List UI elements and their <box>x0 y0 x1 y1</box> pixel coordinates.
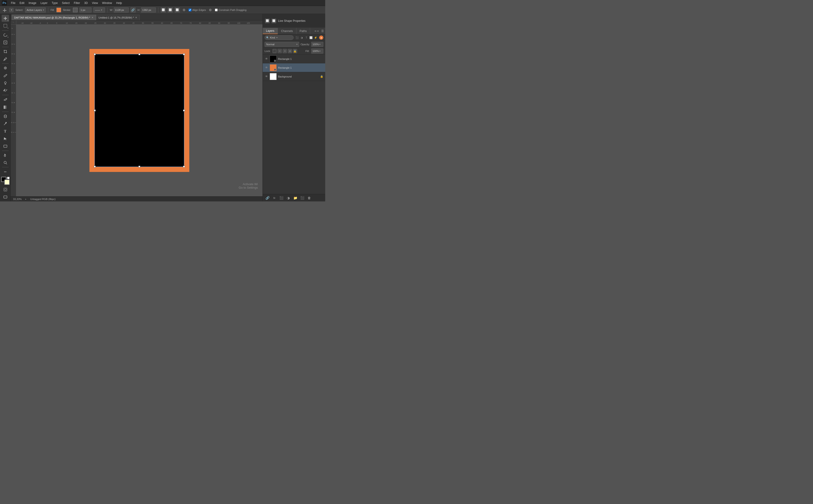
tab-layers[interactable]: Layers <box>263 28 278 34</box>
add-group-btn[interactable]: 📁 <box>293 195 298 201</box>
menu-filter[interactable]: Filter <box>72 1 82 5</box>
dodge-tool-btn[interactable] <box>2 113 9 120</box>
properties-panel: ⬜ ⬜ Live Shape Properties <box>263 14 325 28</box>
opacity-label: Opacity: <box>301 43 310 46</box>
options-gear-icon[interactable]: ⚙ <box>181 7 187 13</box>
crop-tool-btn[interactable] <box>2 48 9 55</box>
tab-main-doc[interactable]: DAFTAR MENU MAKANAN.psd @ 33,3% (Rectang… <box>12 15 96 20</box>
eyedropper-tool-btn[interactable] <box>2 55 9 62</box>
move-tool-btn[interactable]: ▸ <box>2 15 9 22</box>
layer-thumb-background <box>270 73 277 80</box>
status-arrow[interactable]: ▸ <box>25 198 26 200</box>
zoom-tool-btn[interactable] <box>2 159 9 166</box>
color-profile: Untagged RGB (8bpc) <box>30 198 55 200</box>
tab-main-close[interactable]: ✕ <box>91 16 93 19</box>
lock-all-icon[interactable]: 🔒 <box>293 49 297 53</box>
select-dropdown[interactable]: Active Layers ▾ <box>25 7 46 13</box>
delete-layer-btn[interactable]: 🗑 <box>306 195 312 201</box>
panel-expand-btn[interactable]: ⇤⇥ <box>313 28 320 34</box>
tab-channels[interactable]: Channels <box>278 28 296 34</box>
add-mask-btn[interactable]: ⬛ <box>279 195 284 201</box>
lock-pixel-icon[interactable]: ✏ <box>278 49 282 53</box>
background-swatch[interactable] <box>4 180 10 185</box>
fill-label-right: Fill: <box>306 50 309 52</box>
link-layers-btn[interactable]: 🔗 <box>265 195 270 201</box>
stroke-style-dropdown[interactable]: —— ▾ <box>93 7 105 13</box>
lock-artboard-icon[interactable]: ⊞ <box>288 49 292 53</box>
fx-btn[interactable]: fx <box>272 195 277 201</box>
menu-image[interactable]: Image <box>27 1 38 5</box>
select-mode-btn1[interactable]: ▾ <box>9 8 13 12</box>
lasso-tool-btn[interactable]: ▸ <box>2 31 9 38</box>
menu-help[interactable]: Help <box>114 1 123 5</box>
opacity-value: 100% <box>313 43 319 46</box>
lock-transparent-icon[interactable]: ⬛ <box>273 49 277 53</box>
menu-file[interactable]: File <box>9 1 17 5</box>
menu-layer[interactable]: Layer <box>39 1 49 5</box>
tab-untitled-close[interactable]: ✕ <box>135 16 137 19</box>
path-selection-btn[interactable] <box>2 135 9 142</box>
layer-eye-background[interactable]: 👁 <box>265 75 268 78</box>
layer-eye-rect1-orange[interactable]: 👁 <box>265 66 268 70</box>
swap-colors-icon[interactable]: ⇄ <box>6 177 8 179</box>
menu-type[interactable]: Type <box>50 1 59 5</box>
layer-item-rect1-black[interactable]: 👁 Rectangle 1 <box>263 55 325 63</box>
options-gear-2-icon[interactable]: ⚙ <box>208 7 213 13</box>
layers-kind-text: Kind <box>270 36 275 39</box>
filter-shape-icon[interactable]: ⬜ <box>309 36 313 40</box>
link-wh-icon[interactable]: 🔗 <box>130 7 136 13</box>
layer-eye-rect1-black[interactable]: 👁 <box>265 57 268 61</box>
constrain-checkbox[interactable]: Constrain Path Dragging <box>215 9 247 11</box>
blend-mode-dropdown[interactable]: Normal ▾ <box>265 42 299 47</box>
canvas-area[interactable]: ↖ -16 -10 -4 0 5 10 15 20 25 <box>11 20 263 196</box>
gradient-tool-btn[interactable] <box>2 104 9 111</box>
clone-stamp-btn[interactable] <box>2 80 9 87</box>
filter-active-indicator[interactable]: ● <box>319 36 323 40</box>
opacity-input[interactable]: 100% ▾ <box>311 42 323 47</box>
menu-edit[interactable]: Edit <box>18 1 26 5</box>
screen-mode-btn[interactable] <box>2 194 9 200</box>
rectangle-tool-btn[interactable] <box>2 143 9 150</box>
height-input[interactable]: 1382 px <box>141 7 156 13</box>
align-edges-checkbox[interactable]: Align Edges <box>188 9 206 11</box>
svg-rect-13 <box>4 188 7 191</box>
filter-smart-icon[interactable]: ⚡ <box>314 36 318 40</box>
menu-3d[interactable]: 3D <box>82 1 89 5</box>
align-2-btn[interactable]: ⬜ <box>168 7 173 13</box>
menu-window[interactable]: Window <box>100 1 114 5</box>
lock-position-icon[interactable]: ✛ <box>283 49 287 53</box>
filter-type-icon[interactable]: T <box>304 36 309 40</box>
type-tool-btn[interactable]: T <box>2 128 9 135</box>
pen-tool-btn[interactable] <box>2 120 9 127</box>
healing-brush-btn[interactable] <box>2 65 9 71</box>
panel-menu-btn[interactable]: ☰ <box>320 28 325 34</box>
object-selection-btn[interactable] <box>2 39 9 46</box>
quick-mask-btn[interactable] <box>2 186 9 193</box>
layers-search-box[interactable]: 🔍 Kind ▾ <box>265 35 294 40</box>
add-layer-btn[interactable]: ⬛ <box>300 195 305 201</box>
stroke-width-input[interactable]: 1 px <box>79 7 91 13</box>
width-input[interactable]: 1128 px <box>114 7 129 13</box>
svg-rect-15 <box>4 196 7 198</box>
fill-swatch[interactable] <box>56 8 61 12</box>
fill-input[interactable]: 100% ▾ <box>311 48 323 54</box>
more-tools-btn[interactable]: ••• <box>2 168 9 175</box>
add-adjustment-btn[interactable]: ◑ <box>286 195 291 201</box>
filter-pixel-icon[interactable]: ⬛ <box>295 36 299 40</box>
brush-tool-btn[interactable] <box>2 72 9 79</box>
menu-select[interactable]: Select <box>60 1 71 5</box>
eraser-tool-btn[interactable] <box>2 96 9 103</box>
hand-tool-btn[interactable] <box>2 152 9 159</box>
tab-untitled[interactable]: Untitled-1 @ 16,7% (RGB/8#) * ✕ <box>96 15 139 20</box>
stroke-swatch[interactable] <box>73 8 78 12</box>
align-1-btn[interactable]: ⬜ <box>161 7 166 13</box>
history-brush-btn[interactable] <box>2 87 9 94</box>
layer-item-rect1-orange[interactable]: 👁 Rectangle 1 <box>263 63 325 72</box>
layer-item-background[interactable]: 👁 Background 🔒 <box>263 72 325 81</box>
svg-point-7 <box>4 115 6 116</box>
tab-paths[interactable]: Paths <box>296 28 310 34</box>
marquee-tool-btn[interactable]: ▸ <box>2 22 9 29</box>
align-3-btn[interactable]: ⬜ <box>175 7 180 13</box>
filter-adjust-icon[interactable]: ◑ <box>300 36 304 40</box>
menu-view[interactable]: View <box>90 1 100 5</box>
